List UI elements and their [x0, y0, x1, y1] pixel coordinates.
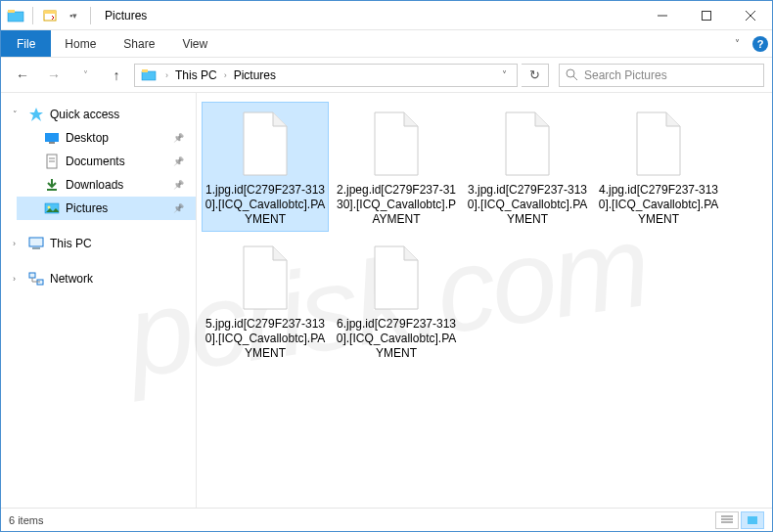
- qat-properties-icon[interactable]: [39, 5, 61, 26]
- file-item[interactable]: 3.jpg.id[C279F237-3130].[ICQ_Cavallobtc]…: [465, 103, 590, 231]
- chevron-right-icon[interactable]: ›: [13, 239, 23, 248]
- svg-rect-21: [29, 238, 43, 246]
- network-icon: [28, 271, 44, 287]
- file-item[interactable]: 4.jpg.id[C279F237-3130].[ICQ_Cavallobtc]…: [596, 103, 721, 231]
- breadcrumb-pictures[interactable]: Pictures: [232, 68, 278, 82]
- svg-rect-23: [29, 273, 35, 278]
- help-icon: ?: [752, 36, 768, 52]
- svg-line-11: [573, 76, 577, 80]
- file-name: 6.jpg.id[C279F237-3130].[ICQ_Cavallobtc]…: [336, 317, 457, 361]
- file-name: 5.jpg.id[C279F237-3130].[ICQ_Cavallobtc]…: [205, 317, 326, 361]
- file-name: 4.jpg.id[C279F237-3130].[ICQ_Cavallobtc]…: [598, 183, 719, 227]
- chevron-right-icon[interactable]: ›: [221, 70, 230, 80]
- sidebar-item-label: Desktop: [66, 131, 109, 145]
- status-bar: 6 items: [1, 508, 772, 531]
- back-button[interactable]: ←: [9, 62, 36, 89]
- ribbon-expand-icon[interactable]: ˅: [725, 30, 749, 57]
- chevron-right-icon[interactable]: ›: [13, 274, 23, 284]
- sidebar-item-label: Network: [50, 272, 93, 286]
- folder-app-icon: [7, 8, 26, 23]
- pictures-icon: [44, 200, 60, 216]
- sidebar-item-label: Quick access: [50, 108, 119, 121]
- file-item[interactable]: 1.jpg.id[C279F237-3130].[ICQ_Cavallobtc]…: [203, 103, 328, 231]
- svg-marker-12: [29, 108, 43, 121]
- maximize-button[interactable]: [684, 1, 728, 29]
- sidebar-item-pictures[interactable]: Pictures: [17, 197, 196, 220]
- svg-rect-8: [142, 71, 156, 80]
- sidebar-quick-access[interactable]: ˅ Quick access: [1, 103, 196, 126]
- breadcrumb-root-icon[interactable]: [139, 68, 160, 82]
- sidebar-network[interactable]: › Network: [1, 267, 196, 290]
- sidebar-item-label: Pictures: [66, 201, 108, 215]
- blank-file-icon: [234, 109, 296, 179]
- titlebar: ▪▾ Pictures: [1, 1, 772, 30]
- status-item-count: 6 items: [9, 514, 43, 526]
- view-buttons: [715, 511, 764, 529]
- quick-access-toolbar: ▪▾: [39, 5, 84, 26]
- file-tab[interactable]: File: [1, 30, 51, 57]
- file-item[interactable]: 6.jpg.id[C279F237-3130].[ICQ_Cavallobtc]…: [334, 237, 459, 365]
- blank-file-icon: [496, 109, 559, 179]
- search-placeholder: Search Pictures: [584, 68, 667, 82]
- sidebar-this-pc[interactable]: › This PC: [1, 232, 196, 255]
- sidebar-item-downloads[interactable]: Downloads: [17, 173, 196, 197]
- search-input[interactable]: Search Pictures: [559, 64, 764, 87]
- blank-file-icon: [627, 109, 690, 179]
- breadcrumb-thispc[interactable]: This PC: [173, 68, 219, 82]
- svg-rect-5: [702, 11, 710, 20]
- navigation-bar: ← → ˅ ↑ › This PC › Pictures ˅ ↻ Search …: [1, 58, 772, 93]
- icons-view-button[interactable]: [741, 511, 764, 529]
- minimize-button[interactable]: [640, 1, 684, 29]
- star-icon: [28, 107, 44, 122]
- close-button[interactable]: [728, 1, 772, 29]
- file-name: 3.jpg.id[C279F237-3130].[ICQ_Cavallobtc]…: [467, 183, 588, 227]
- file-list[interactable]: 1.jpg.id[C279F237-3130].[ICQ_Cavallobtc]…: [197, 93, 772, 508]
- details-view-button[interactable]: [715, 511, 739, 529]
- file-item[interactable]: 5.jpg.id[C279F237-3130].[ICQ_Cavallobtc]…: [203, 237, 328, 365]
- tab-view[interactable]: View: [168, 30, 221, 57]
- sidebar-item-label: Documents: [66, 155, 125, 168]
- explorer-window: ▪▾ Pictures File Home Share View ˅ ? ← →…: [0, 0, 773, 532]
- sidebar-item-desktop[interactable]: Desktop: [17, 126, 196, 150]
- documents-icon: [44, 154, 60, 169]
- chevron-right-icon[interactable]: ›: [162, 70, 171, 80]
- svg-rect-14: [49, 142, 55, 144]
- chevron-down-icon[interactable]: ˅: [13, 110, 23, 119]
- help-button[interactable]: ?: [749, 30, 772, 57]
- svg-rect-30: [748, 516, 757, 524]
- sidebar-item-label: This PC: [50, 237, 92, 250]
- svg-rect-22: [32, 247, 40, 249]
- svg-rect-13: [45, 133, 59, 142]
- svg-rect-9: [142, 69, 148, 72]
- window-controls: [640, 1, 772, 29]
- separator: [32, 7, 33, 24]
- tab-home[interactable]: Home: [51, 30, 110, 57]
- file-name: 2.jpeg.id[C279F237-3130].[ICQ_Cavallobtc…: [336, 183, 457, 227]
- tab-share[interactable]: Share: [110, 30, 168, 57]
- separator: [90, 7, 91, 24]
- address-bar[interactable]: › This PC › Pictures ˅: [134, 64, 518, 87]
- svg-rect-1: [8, 10, 15, 13]
- blank-file-icon: [365, 243, 428, 313]
- qat-dropdown-icon[interactable]: ▪▾: [63, 5, 84, 26]
- blank-file-icon: [365, 109, 428, 179]
- sidebar-item-documents[interactable]: Documents: [17, 150, 196, 173]
- svg-rect-3: [44, 11, 56, 14]
- search-icon: [566, 68, 578, 81]
- content-area: pcrisk.com ˅ Quick access Desktop: [1, 93, 772, 508]
- address-dropdown-icon[interactable]: ˅: [496, 69, 513, 80]
- navigation-pane: ˅ Quick access Desktop Documents: [1, 93, 197, 508]
- downloads-icon: [44, 177, 60, 193]
- forward-button[interactable]: →: [40, 62, 68, 89]
- file-name: 1.jpg.id[C279F237-3130].[ICQ_Cavallobtc]…: [205, 183, 326, 227]
- recent-dropdown-icon[interactable]: ˅: [71, 62, 99, 89]
- computer-icon: [28, 236, 44, 251]
- blank-file-icon: [234, 243, 296, 313]
- ribbon: File Home Share View ˅ ?: [1, 30, 772, 58]
- file-item[interactable]: 2.jpeg.id[C279F237-3130].[ICQ_Cavallobtc…: [334, 103, 459, 231]
- svg-rect-0: [8, 12, 23, 22]
- refresh-button[interactable]: ↻: [522, 64, 549, 87]
- sidebar-item-label: Downloads: [66, 178, 123, 192]
- up-button[interactable]: ↑: [103, 62, 130, 89]
- window-title: Pictures: [105, 9, 147, 22]
